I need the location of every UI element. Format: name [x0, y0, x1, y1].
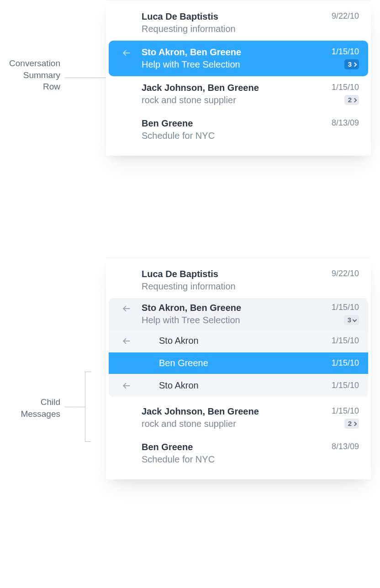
reply-arrow-icon	[122, 304, 131, 313]
conversation-date: 8/13/09	[332, 118, 359, 128]
conversation-sender: Luca De Baptistis	[142, 11, 330, 22]
annotation-connector	[65, 78, 106, 78]
thread-count: 2	[348, 420, 352, 428]
conversation-sender: Ben Greene	[142, 442, 330, 452]
thread-count-badge[interactable]: 3	[344, 59, 359, 69]
conversation-row-expanded[interactable]: Sto Akron, Ben Greene Help with Tree Sel…	[109, 298, 368, 330]
conversation-date: 9/22/10	[332, 11, 359, 21]
conversation-sender: Sto Akron, Ben Greene	[142, 47, 330, 58]
child-messages-group: Sto Akron 1/15/10 Ben Greene 1/15/10 Sto…	[109, 330, 368, 397]
conversation-subject: Help with Tree Selection	[142, 315, 330, 326]
reply-arrow-icon	[122, 336, 131, 346]
chevron-right-icon	[353, 98, 357, 102]
child-message-sender: Sto Akron	[159, 380, 331, 391]
thread-count-badge[interactable]: 3	[344, 315, 359, 325]
conversation-sender: Jack Johnson, Ben Greene	[142, 406, 330, 417]
annotation-summary-row: Conversation Summary Row	[0, 58, 60, 93]
thread-count: 3	[348, 316, 351, 324]
chevron-down-icon	[353, 317, 357, 322]
child-message-row[interactable]: Sto Akron 1/15/10	[109, 375, 368, 396]
child-message-sender: Ben Greene	[159, 358, 331, 368]
reply-arrow-icon	[122, 48, 131, 58]
conversation-subject: rock and stone supplier	[142, 95, 330, 105]
child-message-date: 1/15/10	[332, 336, 359, 346]
thread-count: 2	[348, 96, 352, 104]
thread-count-badge[interactable]: 2	[344, 95, 359, 105]
conversation-date: 1/15/10	[332, 406, 359, 416]
child-message-date: 1/15/10	[332, 358, 359, 368]
conversation-sender: Ben Greene	[142, 118, 330, 129]
conversation-row[interactable]: Luca De Baptistis Requesting information…	[109, 262, 368, 298]
conversation-subject: Schedule for NYC	[142, 454, 330, 465]
conversation-sender: Sto Akron, Ben Greene	[142, 303, 330, 313]
conversation-row[interactable]: Jack Johnson, Ben Greene rock and stone …	[109, 400, 368, 436]
annotation-text: Conversation Summary Row	[0, 58, 60, 93]
conversation-subject: Requesting information	[142, 24, 330, 34]
annotation-text: Child Messages	[11, 396, 60, 420]
thread-count-badge[interactable]: 2	[344, 419, 359, 429]
conversation-date: 9/22/10	[332, 269, 359, 278]
conversation-row[interactable]: Luca De Baptistis Requesting information…	[109, 5, 368, 41]
child-message-row[interactable]: Sto Akron 1/15/10	[109, 330, 368, 352]
bracket-child-messages	[85, 372, 85, 442]
conversation-subject: rock and stone supplier	[142, 419, 330, 429]
conversation-row[interactable]: Ben Greene Schedule for NYC 8/13/09	[109, 436, 368, 471]
chevron-right-icon	[353, 421, 357, 426]
conversation-row[interactable]: Ben Greene Schedule for NYC 8/13/09	[109, 112, 368, 147]
annotation-child-messages: Child Messages	[11, 396, 60, 420]
conversation-list-panel-expanded: Luca De Baptistis Requesting information…	[106, 257, 371, 479]
conversation-date: 1/15/10	[332, 47, 359, 57]
conversation-list-panel-collapsed: Luca De Baptistis Requesting information…	[106, 0, 371, 156]
child-message-date: 1/15/10	[332, 381, 359, 390]
conversation-subject: Schedule for NYC	[142, 131, 330, 141]
annotation-connector	[65, 407, 76, 407]
conversation-sender: Jack Johnson, Ben Greene	[142, 83, 330, 93]
conversation-date: 8/13/09	[332, 442, 359, 452]
conversation-date: 1/15/10	[332, 303, 359, 312]
thread-count: 3	[348, 60, 352, 68]
conversation-row-selected[interactable]: Sto Akron, Ben Greene Help with Tree Sel…	[109, 41, 368, 76]
conversation-date: 1/15/10	[332, 83, 359, 92]
conversation-row[interactable]: Jack Johnson, Ben Greene rock and stone …	[109, 76, 368, 112]
conversation-sender: Luca De Baptistis	[142, 269, 330, 279]
conversation-subject: Requesting information	[142, 281, 330, 292]
conversation-subject: Help with Tree Selection	[142, 59, 330, 70]
chevron-right-icon	[353, 62, 357, 67]
child-message-sender: Sto Akron	[159, 336, 331, 346]
reply-arrow-icon	[122, 381, 131, 390]
child-message-row-selected[interactable]: Ben Greene 1/15/10	[109, 352, 368, 374]
